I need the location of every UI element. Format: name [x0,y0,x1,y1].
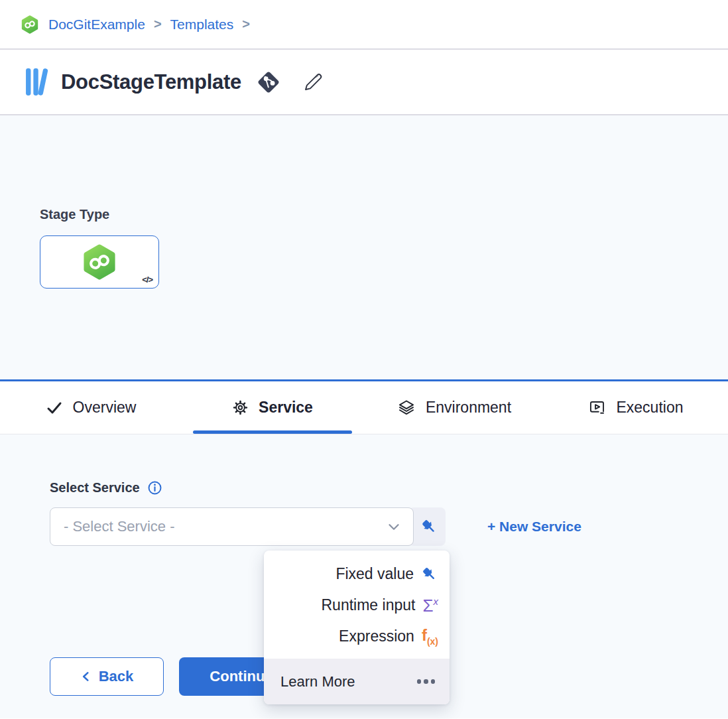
gear-icon [232,399,249,416]
pin-icon [420,518,438,536]
harness-cd-hexagon-icon [80,243,119,281]
git-sync-icon [255,68,282,96]
tab-label: Overview [73,399,137,417]
chevron-down-icon [385,518,402,535]
pin-icon [421,566,438,583]
menu-item-label: Fixed value [335,565,414,583]
breadcrumb-separator: > [154,17,162,32]
tab-overview[interactable]: Overview [0,381,182,434]
menu-item-fixed-value[interactable]: Fixed value [264,558,450,590]
menu-item-expression[interactable]: Expression f(x) [264,621,450,652]
info-icon[interactable] [147,480,163,496]
breadcrumb-templates-link[interactable]: Templates [170,17,234,33]
service-tab-panel: Select Service - Select Service - [0,434,728,718]
tab-label: Execution [616,399,683,417]
breadcrumb-project-link[interactable]: DocGitExample [48,17,145,33]
menu-item-label: Expression [339,627,414,645]
stage-type-card-deploy[interactable]: </> [40,235,159,289]
learn-more-row[interactable]: Learn More [264,659,450,704]
breadcrumb-separator: > [242,17,250,32]
select-service-label: Select Service [50,480,140,495]
template-library-icon [25,66,49,98]
input-type-pin-button[interactable] [408,507,446,546]
harness-cd-hexagon-icon [20,15,40,34]
new-service-link[interactable]: + New Service [487,519,581,535]
check-icon [46,399,63,417]
value-type-options: Fixed value Runtime input Σx Expressi [264,551,450,659]
breadcrumb: DocGitExample > Templates > [0,0,728,50]
play-box-icon [588,399,606,417]
sigma-icon: Σx [422,596,438,614]
select-service-label-row: Select Service [50,480,163,496]
template-header: DocStageTemplate [0,50,728,115]
menu-item-runtime-input[interactable]: Runtime input Σx [264,590,450,621]
stage-type-label: Stage Type [40,207,728,222]
tab-environment[interactable]: Environment [363,381,545,434]
fx-icon: f(x) [422,627,438,646]
stage-type-section: Stage Type </> [0,115,728,379]
layers-icon [397,399,416,417]
tab-execution[interactable]: Execution [545,381,727,434]
stage-tabs: Overview Service Env [0,381,728,434]
tab-label: Service [259,399,313,417]
chevron-left-icon [80,671,92,683]
page-title: DocStageTemplate [61,70,241,94]
menu-item-label: Runtime input [322,596,416,614]
edit-title-icon[interactable] [301,70,325,94]
select-service-row: - Select Service - + New Service [50,507,581,546]
ellipsis-icon [417,679,436,684]
select-service-placeholder: - Select Service - [64,518,175,535]
tab-service[interactable]: Service [182,381,363,434]
value-type-popover: Fixed value Runtime input Σx Expressi [264,551,450,704]
tab-label: Environment [426,399,511,417]
code-icon: </> [142,275,152,285]
back-button-label: Back [99,668,134,685]
learn-more-label: Learn More [280,673,355,690]
back-button[interactable]: Back [50,657,164,696]
active-tab-underline [193,430,352,434]
select-service-dropdown[interactable]: - Select Service - [50,507,414,546]
